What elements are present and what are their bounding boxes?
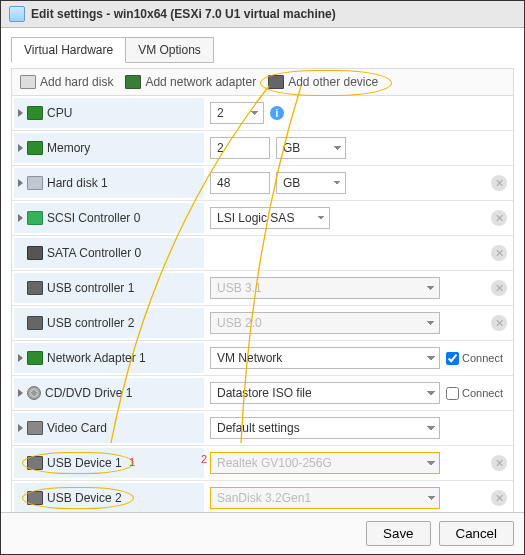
row-scsi-label[interactable]: SCSI Controller 0	[14, 203, 204, 233]
add-network-adapter[interactable]: Add network adapter	[125, 75, 256, 89]
row-video-card: Video Card Default settings	[12, 411, 513, 446]
video-label: Video Card	[47, 421, 107, 435]
vm-icon	[9, 6, 25, 22]
cd1-label: CD/DVD Drive 1	[45, 386, 132, 400]
remove-usbdev1-icon[interactable]: ✕	[491, 455, 507, 471]
usbctl2-label: USB controller 2	[47, 316, 134, 330]
footer: Save Cancel	[1, 512, 524, 554]
row-usb-controller-2: USB controller 2 USB 2.0 ✕	[12, 306, 513, 341]
scsi-type-select[interactable]: LSI Logic SAS	[210, 207, 330, 229]
cd-source-select[interactable]: Datastore ISO file	[210, 382, 440, 404]
memory-unit-select[interactable]: GB	[276, 137, 346, 159]
cd-connect-checkbox[interactable]: Connect	[446, 387, 503, 400]
disk-size-input[interactable]	[210, 172, 270, 194]
cancel-button[interactable]: Cancel	[439, 521, 515, 546]
expand-icon	[18, 214, 23, 222]
titlebar: Edit settings - win10x64 (ESXi 7.0 U1 vi…	[1, 1, 524, 28]
settings-window: Edit settings - win10x64 (ESXi 7.0 U1 vi…	[0, 0, 525, 555]
usb-icon	[27, 281, 43, 295]
add-hard-disk-label: Add hard disk	[40, 75, 113, 89]
row-cpu-label[interactable]: CPU	[14, 98, 204, 128]
add-hard-disk[interactable]: Add hard disk	[20, 75, 113, 89]
remove-sata-icon[interactable]: ✕	[491, 245, 507, 261]
remove-scsi-icon[interactable]: ✕	[491, 210, 507, 226]
row-usbctl2-label[interactable]: USB controller 2	[14, 308, 204, 338]
nic-connect-checkbox[interactable]: Connect	[446, 352, 503, 365]
usbctl2-select[interactable]: USB 2.0	[210, 312, 440, 334]
window-title: Edit settings - win10x64 (ESXi 7.0 U1 vi…	[31, 7, 336, 21]
memory-value-input[interactable]	[210, 137, 270, 159]
remove-usbctl1-icon[interactable]: ✕	[491, 280, 507, 296]
row-sata-label[interactable]: SATA Controller 0	[14, 238, 204, 268]
cpu-label: CPU	[47, 106, 72, 120]
row-sata-controller-0: SATA Controller 0 ✕	[12, 236, 513, 271]
add-other-device[interactable]: Add other device	[268, 75, 378, 89]
remove-usbctl2-icon[interactable]: ✕	[491, 315, 507, 331]
expand-icon	[18, 424, 23, 432]
cpu-count-select[interactable]: 2	[210, 102, 264, 124]
disk-unit-select[interactable]: GB	[276, 172, 346, 194]
content: Virtual Hardware VM Options Add hard dis…	[1, 28, 524, 512]
save-button[interactable]: Save	[366, 521, 430, 546]
row-cd-dvd-drive-1: CD/DVD Drive 1 Datastore ISO file Connec…	[12, 376, 513, 411]
row-cd1-label[interactable]: CD/DVD Drive 1	[14, 378, 204, 408]
expand-icon	[18, 109, 23, 117]
tab-vm-options[interactable]: VM Options	[126, 37, 214, 63]
network-adapter-icon	[125, 75, 141, 89]
usb-device-icon	[27, 456, 43, 470]
hardware-rows: CPU 2 i Memory GB	[11, 95, 514, 512]
row-usb-device-1: USB Device 1 Realtek GV100-256G ✕	[12, 446, 513, 481]
sata0-label: SATA Controller 0	[47, 246, 141, 260]
memory-icon	[27, 141, 43, 155]
usbctl1-select[interactable]: USB 3.1	[210, 277, 440, 299]
remove-disk-icon[interactable]: ✕	[491, 175, 507, 191]
memory-label: Memory	[47, 141, 90, 155]
network-icon	[27, 351, 43, 365]
row-nic1-label[interactable]: Network Adapter 1	[14, 343, 204, 373]
row-usbdev2-label[interactable]: USB Device 2	[14, 483, 204, 512]
add-toolbar: Add hard disk Add network adapter Add ot…	[11, 68, 514, 95]
tabs: Virtual Hardware VM Options	[11, 36, 514, 62]
row-hard-disk-1-label[interactable]: Hard disk 1	[14, 168, 204, 198]
usbdev1-label: USB Device 1	[47, 456, 122, 470]
usbctl1-label: USB controller 1	[47, 281, 134, 295]
info-icon[interactable]: i	[270, 106, 284, 120]
scsi0-label: SCSI Controller 0	[47, 211, 140, 225]
expand-icon	[18, 144, 23, 152]
hard-disk-icon	[20, 75, 36, 89]
remove-usbdev2-icon[interactable]: ✕	[491, 490, 507, 506]
row-usb-device-2: USB Device 2 SanDisk 3.2Gen1 ✕	[12, 481, 513, 512]
expand-icon	[18, 389, 23, 397]
row-usb-controller-1: USB controller 1 USB 3.1 ✕	[12, 271, 513, 306]
usbdev1-select[interactable]: Realtek GV100-256G	[210, 452, 440, 474]
nic-connect-input[interactable]	[446, 352, 459, 365]
tab-virtual-hardware[interactable]: Virtual Hardware	[11, 37, 126, 63]
cd-icon	[27, 386, 41, 400]
add-other-label: Add other device	[288, 75, 378, 89]
row-memory-label[interactable]: Memory	[14, 133, 204, 163]
connect-label: Connect	[462, 352, 503, 364]
disk1-label: Hard disk 1	[47, 176, 108, 190]
connect-label: Connect	[462, 387, 503, 399]
other-device-icon	[268, 75, 284, 89]
nic-network-select[interactable]: VM Network	[210, 347, 440, 369]
usbdev2-label: USB Device 2	[47, 491, 122, 505]
row-cpu: CPU 2 i	[12, 96, 513, 131]
usb-device-icon	[27, 491, 43, 505]
scsi-icon	[27, 211, 43, 225]
cd-connect-input[interactable]	[446, 387, 459, 400]
usb-icon	[27, 316, 43, 330]
row-usbdev1-label[interactable]: USB Device 1	[14, 448, 204, 478]
row-video-label[interactable]: Video Card	[14, 413, 204, 443]
row-usbctl1-label[interactable]: USB controller 1	[14, 273, 204, 303]
add-nic-label: Add network adapter	[145, 75, 256, 89]
usbdev2-select[interactable]: SanDisk 3.2Gen1	[210, 487, 440, 509]
row-memory: Memory GB	[12, 131, 513, 166]
video-select[interactable]: Default settings	[210, 417, 440, 439]
video-icon	[27, 421, 43, 435]
expand-icon	[18, 354, 23, 362]
row-hard-disk-1: Hard disk 1 GB ✕	[12, 166, 513, 201]
row-scsi-controller-0: SCSI Controller 0 LSI Logic SAS ✕	[12, 201, 513, 236]
sata-icon	[27, 246, 43, 260]
disk-icon	[27, 176, 43, 190]
